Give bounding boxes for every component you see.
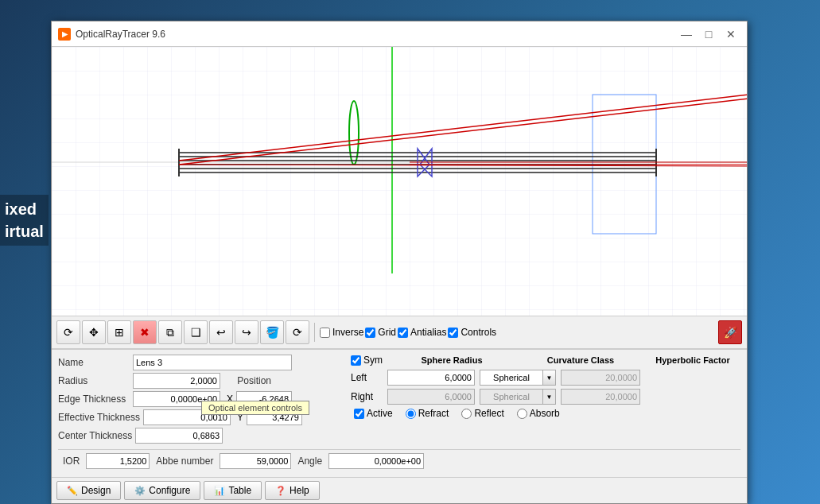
table-label: Table (228, 485, 251, 496)
configure-label: Configure (149, 485, 190, 496)
tab-design[interactable]: ✏️ Design (56, 481, 121, 500)
window-controls: — □ ✕ (677, 26, 740, 42)
toolbar: ⟳ ✥ ⊞ ✖ ⧉ ❑ ↩ ↪ 🪣 ⟳ Inverse Grid Antiali… (52, 316, 747, 349)
right-curvature-arrow[interactable]: ▼ (543, 389, 556, 405)
toolbar-reset-btn[interactable]: ⟳ (56, 320, 80, 344)
radius-row: Radius Position (58, 373, 344, 389)
toolbar-duplicate-btn[interactable]: ❑ (184, 320, 208, 344)
antialias-checkbox[interactable] (398, 328, 408, 338)
antialias-checkbox-label[interactable]: Antialias (398, 327, 446, 338)
name-input[interactable] (133, 355, 292, 370)
ior-input[interactable] (86, 453, 150, 469)
bg-text-virtual: irtual (5, 220, 44, 242)
tab-table[interactable]: 📊 Table (204, 481, 262, 500)
left-optics-row: Left ▼ (351, 370, 740, 386)
controls-checkbox-label[interactable]: Controls (448, 327, 496, 338)
table-icon: 📊 (214, 485, 225, 496)
active-checkbox-label[interactable]: Active (354, 408, 393, 419)
absorb-radio-label[interactable]: Absorb (517, 408, 560, 419)
ior-row: IOR Abbe number Angle (58, 449, 740, 472)
refract-radio-label[interactable]: Refract (406, 408, 449, 419)
name-label: Name (58, 357, 130, 368)
controls-checkbox[interactable] (448, 328, 458, 338)
grid-checkbox-label[interactable]: Grid (365, 327, 396, 338)
ior-label: IOR (63, 456, 80, 467)
left-optics-label: Left (351, 372, 383, 383)
export-btn[interactable]: 🚀 (718, 320, 742, 344)
toolbar-refresh-btn[interactable]: ⟳ (286, 320, 309, 344)
right-curvature-dropdown[interactable]: ▼ (480, 389, 556, 405)
toolbar-copy-btn[interactable]: ⧉ (158, 320, 182, 344)
left-curvature-dropdown[interactable]: ▼ (480, 370, 556, 386)
refract-radio[interactable] (406, 409, 416, 419)
design-icon: ✏️ (67, 485, 78, 496)
sym-row: Sym Sphere Radius Curvature Class Hyperb… (351, 355, 740, 366)
active-radio-row: Active Refract Reflect Absorb (351, 408, 740, 419)
window-title: OpticalRayTracer 9.6 (76, 29, 677, 40)
active-label: Active (367, 408, 393, 419)
configure-icon: ⚙️ (134, 485, 146, 496)
hyperbolic-factor-header: Hyperbolic Factor (645, 355, 740, 365)
svg-rect-0 (52, 47, 747, 316)
angle-input[interactable] (328, 453, 424, 469)
inverse-label: Inverse (332, 327, 363, 338)
grid-label: Grid (378, 327, 396, 338)
design-label: Design (81, 485, 111, 496)
reflect-radio-label[interactable]: Reflect (461, 408, 503, 419)
sym-checkbox-label[interactable]: Sym (351, 355, 383, 366)
center-thickness-label: Center Thickness (58, 430, 132, 441)
absorb-label: Absorb (530, 408, 560, 419)
maximize-button[interactable]: □ (699, 26, 718, 42)
help-icon: ❓ (275, 485, 286, 496)
toolbar-separator-1 (314, 323, 315, 342)
refract-label: Refract (418, 408, 449, 419)
radius-input[interactable] (133, 373, 220, 389)
right-curvature-input[interactable] (480, 389, 543, 405)
active-checkbox[interactable] (354, 409, 364, 419)
center-thickness-row: Center Thickness (58, 428, 344, 444)
inverse-checkbox-label[interactable]: Inverse (320, 327, 363, 338)
grid-checkbox[interactable] (365, 328, 375, 338)
right-sphere-input[interactable] (387, 389, 475, 405)
curvature-class-header: Curvature Class (521, 355, 640, 365)
controls-label: Controls (461, 327, 496, 338)
abbe-label: Abbe number (156, 456, 213, 467)
help-label: Help (290, 485, 309, 496)
sym-label: Sym (363, 355, 383, 366)
ray-trace-canvas[interactable] (52, 47, 747, 316)
tab-bar: ✏️ Design ⚙️ Configure 📊 Table ❓ Help (52, 477, 747, 503)
reflect-label: Reflect (474, 408, 503, 419)
right-hf-input[interactable] (561, 389, 640, 405)
toolbar-redo-btn[interactable]: ↪ (235, 320, 258, 344)
absorb-radio[interactable] (517, 409, 527, 419)
reflect-radio[interactable] (461, 409, 472, 419)
optical-element-tooltip: Optical element controls (201, 401, 309, 415)
center-thickness-input[interactable] (135, 428, 223, 444)
tab-help[interactable]: ❓ Help (265, 481, 320, 500)
canvas-area (52, 47, 747, 316)
title-bar: ▶ OpticalRayTracer 9.6 — □ ✕ (52, 21, 747, 47)
controls-panel: Name Radius Position Edge Thickness X (52, 349, 747, 477)
left-sphere-input[interactable] (387, 370, 475, 386)
toolbar-move-btn[interactable]: ✥ (82, 320, 106, 344)
toolbar-delete-btn[interactable]: ✖ (133, 320, 157, 344)
toolbar-fill-btn[interactable]: 🪣 (260, 320, 284, 344)
right-optics-label: Right (351, 391, 383, 402)
left-controls-panel: Name Radius Position Edge Thickness X (58, 355, 344, 446)
left-hf-input[interactable] (561, 370, 640, 386)
antialias-label: Antialias (410, 327, 446, 338)
tab-configure[interactable]: ⚙️ Configure (124, 481, 200, 500)
toolbar-undo-btn[interactable]: ↩ (209, 320, 233, 344)
position-label: Position (223, 375, 271, 386)
minimize-button[interactable]: — (677, 26, 696, 42)
sphere-radius-header: Sphere Radius (387, 355, 516, 365)
effective-thickness-label: Effective Thickness (58, 412, 140, 423)
left-curvature-arrow[interactable]: ▼ (543, 370, 556, 386)
toolbar-gridview-btn[interactable]: ⊞ (107, 320, 131, 344)
abbe-input[interactable] (220, 453, 291, 469)
sym-checkbox[interactable] (351, 355, 361, 366)
close-button[interactable]: ✕ (721, 26, 740, 42)
bg-left-text: ixed irtual (0, 195, 49, 246)
inverse-checkbox[interactable] (320, 328, 330, 338)
left-curvature-input[interactable] (480, 370, 543, 386)
